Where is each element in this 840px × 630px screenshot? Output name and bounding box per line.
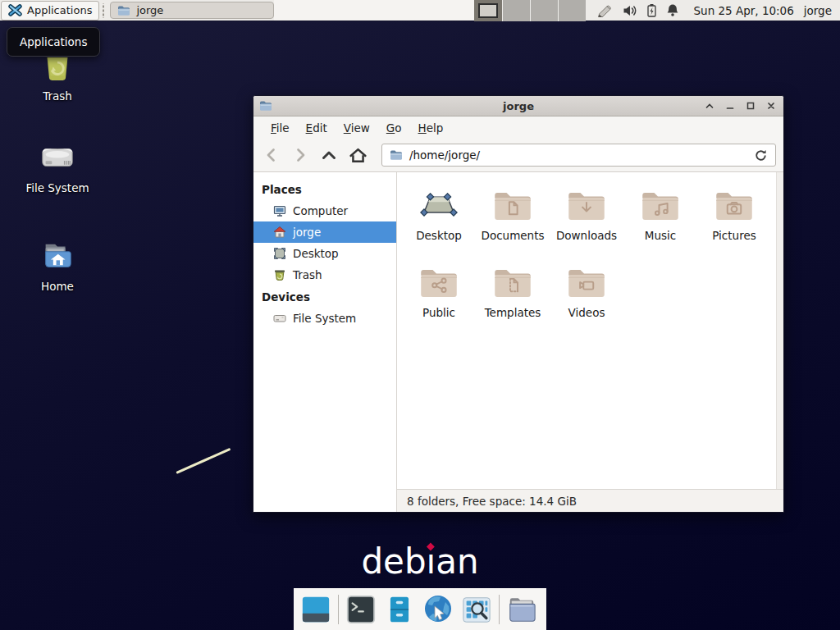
debian-wallpaper-logo: debıan: [361, 543, 478, 581]
terminal-launcher[interactable]: [345, 593, 377, 626]
panel-handle[interactable]: [100, 3, 106, 18]
file-documents[interactable]: Documents: [476, 182, 550, 254]
system-tray: [586, 3, 687, 17]
desktop-icon-file-system[interactable]: File System: [11, 139, 103, 194]
reload-button[interactable]: [754, 148, 768, 162]
sidebar-item-file-system[interactable]: File System: [253, 308, 396, 329]
sidebar-item-label: jorge: [293, 226, 321, 239]
workspace-2[interactable]: [502, 0, 530, 21]
desktop-icon-label: File System: [11, 181, 103, 194]
volume-tray-icon[interactable]: [623, 4, 637, 17]
camera-folder-icon: [697, 182, 771, 223]
sidebar-item-label: Computer: [293, 204, 348, 217]
share-folder-icon: [402, 259, 476, 300]
applications-menu-label: Applications: [27, 4, 92, 16]
path-folder-icon: [390, 148, 403, 162]
menu-go[interactable]: Go: [378, 118, 410, 138]
desktop-icon-label: Trash: [11, 89, 103, 103]
file-manager-window: jorge FileEditViewGoHelp /home/jorge/ Pl…: [253, 95, 784, 513]
sidebar-item-trash[interactable]: Trash: [253, 264, 396, 285]
up-button[interactable]: [318, 144, 340, 166]
workspace-4[interactable]: [558, 0, 586, 21]
file-templates[interactable]: Templates: [476, 259, 550, 331]
file-label: Templates: [476, 306, 550, 319]
sidebar-item-label: File System: [293, 312, 356, 325]
file-label: Desktop: [402, 229, 476, 242]
sidebar-item-label: Trash: [293, 268, 322, 281]
applications-tooltip: Applications: [7, 27, 100, 57]
close-button[interactable]: [765, 99, 778, 112]
battery-tray-icon[interactable]: [646, 3, 657, 17]
dock-separator: [338, 595, 339, 624]
home-button[interactable]: [347, 144, 368, 166]
file-music[interactable]: Music: [623, 182, 697, 254]
sidebar-header-places: Places: [253, 178, 396, 200]
drive48-icon: [11, 139, 103, 177]
forward-button[interactable]: [290, 144, 311, 166]
taskbar-window-label: jorge: [136, 4, 163, 16]
file-desktop[interactable]: Desktop: [402, 182, 476, 254]
dock-separator: [499, 595, 500, 624]
dock: [294, 588, 546, 630]
file-public[interactable]: Public: [402, 259, 476, 331]
menu-help[interactable]: Help: [410, 118, 452, 138]
folder-gray-launcher[interactable]: [505, 593, 538, 626]
computer-icon: [273, 204, 286, 217]
file-label: Public: [402, 306, 476, 319]
back-button[interactable]: [261, 144, 282, 166]
workspace-pager[interactable]: [474, 0, 586, 21]
panel-clock[interactable]: Sun 25 Apr, 10:06: [687, 4, 801, 17]
desktop-icon-home[interactable]: Home: [11, 238, 103, 293]
video-folder-icon: [550, 259, 623, 300]
file-label: Music: [623, 229, 697, 242]
music-folder-icon: [623, 182, 697, 223]
file-label: Pictures: [697, 229, 771, 242]
scrollbar[interactable]: [776, 172, 783, 489]
download-folder-icon: [550, 182, 623, 223]
debian-logo-i: ı: [427, 543, 436, 581]
desktop-doodle-line: [176, 448, 231, 474]
desktop-icon-label: Home: [11, 280, 103, 293]
menu-edit[interactable]: Edit: [298, 118, 336, 138]
file-cabinet-launcher[interactable]: [383, 593, 416, 626]
workspace-window-preview: [478, 3, 498, 18]
file-label: Documents: [476, 229, 550, 242]
window-folder-icon: [259, 99, 272, 112]
titlebar[interactable]: jorge: [253, 96, 783, 116]
workspace-3[interactable]: [530, 0, 558, 21]
folder-icon: [117, 4, 130, 17]
show-desktop-launcher[interactable]: [299, 593, 332, 626]
file-videos[interactable]: Videos: [550, 259, 623, 331]
shade-button[interactable]: [703, 99, 716, 112]
workspace-1[interactable]: [474, 0, 502, 21]
panel-user-label[interactable]: jorge: [801, 4, 840, 17]
trash-icon: [273, 268, 286, 281]
taskbar-window-button[interactable]: jorge: [110, 2, 274, 19]
debian-red-diamond: [427, 543, 435, 551]
sidebar-item-computer[interactable]: Computer: [253, 200, 396, 221]
panel-spacer: [274, 0, 473, 21]
file-label: Downloads: [550, 229, 623, 242]
bell-tray-icon[interactable]: [666, 3, 679, 17]
minimize-button[interactable]: [724, 99, 737, 112]
app-finder-launcher[interactable]: [460, 593, 493, 626]
desktop-folder-icon: [402, 182, 476, 223]
sidebar-item-jorge[interactable]: jorge: [253, 221, 396, 243]
menubar: FileEditViewGoHelp: [253, 116, 783, 139]
file-pictures[interactable]: Pictures: [697, 182, 771, 254]
top-panel: Applications jorge Sun 25 Apr, 10:06 jor…: [0, 0, 840, 21]
pen-tray-icon[interactable]: [597, 3, 614, 17]
path-text: /home/jorge/: [409, 148, 480, 162]
menu-file[interactable]: File: [262, 118, 298, 138]
file-label: Videos: [550, 306, 623, 319]
file-downloads[interactable]: Downloads: [550, 182, 623, 254]
drive-icon: [273, 312, 286, 325]
path-entry[interactable]: /home/jorge/: [381, 144, 776, 167]
web-browser-launcher[interactable]: [422, 593, 454, 626]
statusbar-text: 8 folders, Free space: 14.4 GiB: [407, 495, 577, 508]
menu-view[interactable]: View: [336, 118, 378, 138]
maximize-button[interactable]: [744, 99, 757, 112]
sidebar-item-desktop[interactable]: Desktop: [253, 243, 396, 264]
home48-icon: [11, 238, 103, 276]
applications-menu-button[interactable]: Applications: [1, 1, 99, 21]
